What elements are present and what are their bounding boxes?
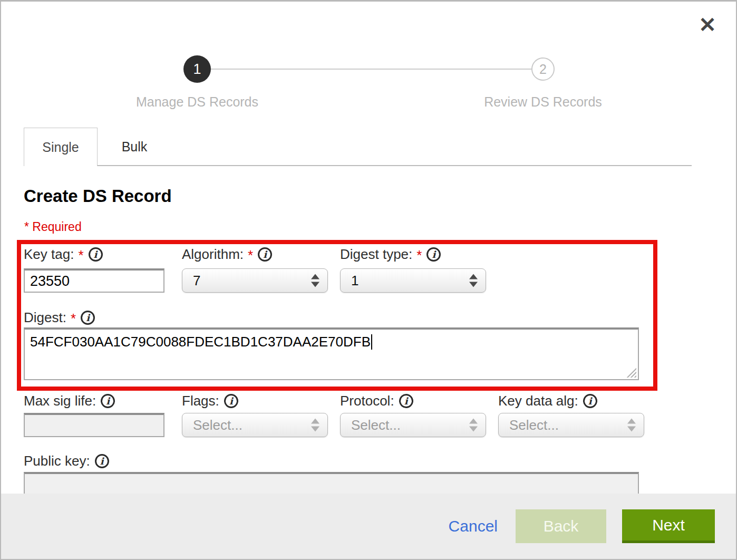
max-sig-life-input	[24, 413, 164, 437]
select-arrows-icon	[627, 419, 636, 432]
protocol-select[interactable]: Select...	[340, 413, 486, 437]
digest-type-select-value: 1	[351, 273, 358, 289]
public-key-label-text: Public key:	[24, 453, 90, 469]
step-1-label: Manage DS Records	[129, 94, 266, 110]
key-tag-label-text: Key tag:	[24, 246, 74, 263]
required-asterisk: *	[71, 311, 76, 327]
flags-select[interactable]: Select...	[182, 413, 328, 437]
tabs-divider	[24, 165, 692, 166]
info-icon[interactable]: i	[258, 247, 272, 262]
digest-type-label-text: Digest type:	[340, 246, 412, 263]
select-arrows-icon	[469, 419, 478, 432]
algorithm-select-value: 7	[193, 273, 200, 289]
key-tag-label: Key tag:*i	[24, 246, 103, 263]
public-key-label: Public key:i	[24, 453, 109, 469]
key-data-alg-label: Key data alg:i	[498, 393, 597, 409]
protocol-label: Protocol:i	[340, 393, 413, 409]
info-icon[interactable]: i	[399, 394, 413, 408]
algorithm-label-text: Algorithm:	[182, 246, 244, 263]
close-icon[interactable]: ✕	[694, 11, 721, 38]
digest-textarea[interactable]: 54FCF030AA1C79C0088FDEC1BD1C37DAA2E70DFB	[24, 327, 639, 380]
flags-select-value: Select...	[193, 417, 243, 433]
digest-type-label: Digest type:*i	[340, 246, 441, 263]
key-data-alg-select-value: Select...	[509, 417, 559, 433]
cancel-link[interactable]: Cancel	[449, 517, 498, 535]
info-icon[interactable]: i	[224, 394, 238, 408]
step-2-circle: 2	[531, 57, 555, 81]
select-arrows-icon	[311, 274, 319, 287]
resize-handle[interactable]	[625, 366, 636, 378]
required-asterisk: *	[416, 247, 422, 264]
max-sig-life-label: Max sig life:i	[24, 393, 115, 409]
required-note: * Required	[24, 220, 82, 234]
info-icon[interactable]: i	[101, 394, 115, 408]
digest-type-select[interactable]: 1	[340, 268, 486, 293]
text-caret	[371, 334, 372, 350]
back-button: Back	[516, 509, 606, 543]
max-sig-life-label-text: Max sig life:	[24, 393, 96, 409]
info-icon[interactable]: i	[95, 454, 109, 468]
protocol-select-value: Select...	[351, 417, 401, 433]
next-button[interactable]: Next	[622, 509, 715, 543]
create-ds-record-modal: ✕ 1 2 Manage DS Records Review DS Record…	[0, 0, 737, 560]
algorithm-select[interactable]: 7	[182, 268, 328, 293]
info-icon[interactable]: i	[426, 247, 441, 262]
flags-label-text: Flags:	[182, 393, 219, 409]
algorithm-label: Algorithm:*i	[182, 246, 272, 263]
step-1-circle: 1	[183, 55, 211, 83]
digest-label: Digest:*i	[24, 310, 95, 326]
digest-value: 54FCF030AA1C79C0088FDEC1BD1C37DAA2E70DFB	[30, 334, 371, 350]
flags-label: Flags:i	[182, 393, 238, 409]
key-data-alg-label-text: Key data alg:	[498, 393, 578, 409]
key-data-alg-select[interactable]: Select...	[498, 413, 644, 437]
step-2-label: Review DS Records	[474, 94, 612, 110]
page-title: Create DS Record	[24, 186, 172, 206]
stepper-connector	[197, 69, 543, 70]
info-icon[interactable]: i	[89, 247, 103, 262]
info-icon[interactable]: i	[583, 394, 597, 408]
digest-label-text: Digest:	[24, 310, 66, 326]
key-tag-input[interactable]	[24, 268, 164, 293]
select-arrows-icon	[469, 274, 478, 287]
protocol-label-text: Protocol:	[340, 393, 394, 409]
tab-single[interactable]: Single	[24, 128, 98, 166]
required-asterisk: *	[248, 247, 253, 264]
modal-footer: Cancel Back Next	[1, 494, 736, 559]
info-icon[interactable]: i	[81, 311, 95, 325]
select-arrows-icon	[311, 419, 319, 432]
required-asterisk: *	[78, 247, 83, 264]
tab-bulk[interactable]: Bulk	[98, 128, 171, 166]
